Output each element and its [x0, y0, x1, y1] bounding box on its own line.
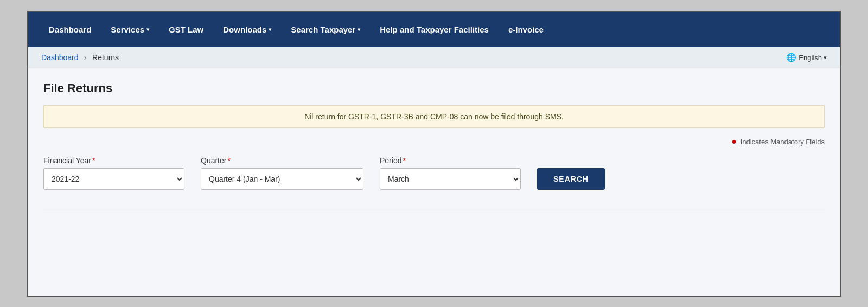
notice-text: Nil return for GSTR-1, GSTR-3B and CMP-0… [304, 112, 564, 121]
financial-year-group: Financial Year* 2017-18 2018-19 2019-20 … [43, 156, 184, 190]
breadcrumb-dashboard-link[interactable]: Dashboard [41, 53, 79, 62]
financial-year-label: Financial Year* [43, 156, 184, 165]
period-label: Period* [380, 156, 521, 165]
nav-item-search-taxpayer[interactable]: Search Taxpayer ▾ [281, 12, 370, 47]
financial-year-star: * [92, 156, 95, 165]
globe-icon: 🌐 [786, 53, 796, 62]
quarter-select[interactable]: Quarter 1 (Apr - Jun) Quarter 2 (Jul - S… [201, 168, 363, 190]
app-frame: Dashboard Services ▾ GST Law Downloads ▾… [27, 11, 841, 297]
page-title: File Returns [43, 81, 825, 95]
nav-item-services[interactable]: Services ▾ [101, 12, 159, 47]
bottom-divider [43, 212, 825, 212]
nav-item-help[interactable]: Help and Taxpayer Facilities [370, 12, 499, 47]
financial-year-select[interactable]: 2017-18 2018-19 2019-20 2020-21 2021-22 … [43, 168, 184, 190]
quarter-label: Quarter* [201, 156, 363, 165]
nav-item-dashboard[interactable]: Dashboard [39, 12, 101, 47]
mandatory-note-text: Indicates Mandatory Fields [741, 138, 825, 146]
quarter-star: * [227, 156, 230, 165]
mandatory-note: ● Indicates Mandatory Fields [43, 137, 825, 146]
main-content: File Returns Nil return for GSTR-1, GSTR… [28, 68, 840, 296]
breadcrumb-separator: › [84, 53, 87, 62]
language-label: English [799, 54, 822, 62]
breadcrumb: Dashboard › Returns [41, 53, 119, 62]
period-star: * [403, 156, 405, 165]
mandatory-dot: ● [731, 137, 737, 146]
notice-banner: Nil return for GSTR-1, GSTR-3B and CMP-0… [43, 105, 825, 128]
quarter-group: Quarter* Quarter 1 (Apr - Jun) Quarter 2… [201, 156, 363, 190]
form-row: Financial Year* 2017-18 2018-19 2019-20 … [43, 156, 825, 190]
nav-item-gst-law[interactable]: GST Law [159, 12, 213, 47]
nav-item-einvoice[interactable]: e-Invoice [499, 12, 553, 47]
nav-item-downloads[interactable]: Downloads ▾ [213, 12, 281, 47]
navbar: Dashboard Services ▾ GST Law Downloads ▾… [28, 12, 840, 47]
period-select[interactable]: January February March [380, 168, 521, 190]
search-button[interactable]: SEARCH [537, 168, 605, 190]
services-dropdown-arrow: ▾ [146, 27, 149, 33]
period-group: Period* January February March [380, 156, 521, 190]
breadcrumb-current-page: Returns [92, 53, 119, 62]
language-selector[interactable]: 🌐 English ▾ [786, 53, 827, 62]
downloads-dropdown-arrow: ▾ [269, 27, 271, 33]
breadcrumb-bar: Dashboard › Returns 🌐 English ▾ [28, 47, 840, 68]
search-taxpayer-dropdown-arrow: ▾ [358, 27, 360, 33]
language-dropdown-arrow: ▾ [824, 54, 827, 61]
